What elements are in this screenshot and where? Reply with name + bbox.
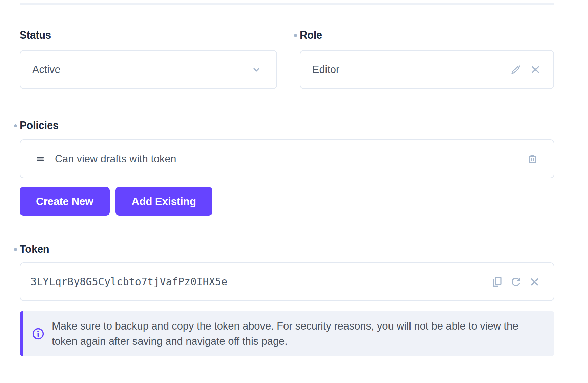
role-input[interactable]: Editor	[300, 50, 554, 89]
required-dot	[14, 124, 17, 127]
info-icon	[31, 327, 45, 340]
add-existing-button[interactable]: Add Existing	[115, 187, 212, 216]
token-input[interactable]: 3LYLqrBy8G5Cylcbto7tjVafPz0IHX5e	[20, 262, 554, 301]
required-dot	[294, 34, 297, 37]
notice-message: Make sure to backup and copy the token a…	[52, 318, 542, 349]
chevron-down-icon[interactable]	[251, 65, 261, 75]
create-new-button[interactable]: Create New	[20, 187, 110, 216]
top-divider	[20, 3, 554, 5]
regenerate-icon[interactable]	[510, 276, 522, 288]
drag-handle-icon[interactable]	[35, 153, 46, 165]
status-role-row: Status Active Role Editor	[20, 29, 554, 89]
policy-actions: Create New Add Existing	[20, 187, 554, 216]
clear-x-icon[interactable]	[529, 276, 540, 288]
token-label: Token	[20, 243, 49, 256]
edit-pencil-icon[interactable]	[510, 64, 522, 75]
role-field-group: Role Editor	[300, 29, 554, 89]
status-select[interactable]: Active	[20, 50, 277, 89]
role-label: Role	[300, 29, 322, 42]
status-label: Status	[20, 29, 51, 42]
token-backup-notice: Make sure to backup and copy the token a…	[20, 311, 554, 356]
copy-icon[interactable]	[490, 275, 503, 288]
token-value: 3LYLqrBy8G5Cylcbto7tjVafPz0IHX5e	[30, 276, 227, 288]
trash-icon[interactable]	[526, 153, 539, 165]
role-value: Editor	[312, 64, 339, 75]
policies-label: Policies	[20, 119, 59, 132]
deselect-x-icon[interactable]	[530, 64, 541, 75]
policy-item-title: Can view drafts with token	[55, 153, 176, 165]
policy-list-item[interactable]: Can view drafts with token	[20, 139, 554, 178]
token-edit-form: Status Active Role Editor	[0, 3, 588, 383]
status-field-group: Status Active	[20, 29, 277, 89]
required-dot	[14, 248, 17, 251]
status-value: Active	[32, 64, 61, 75]
